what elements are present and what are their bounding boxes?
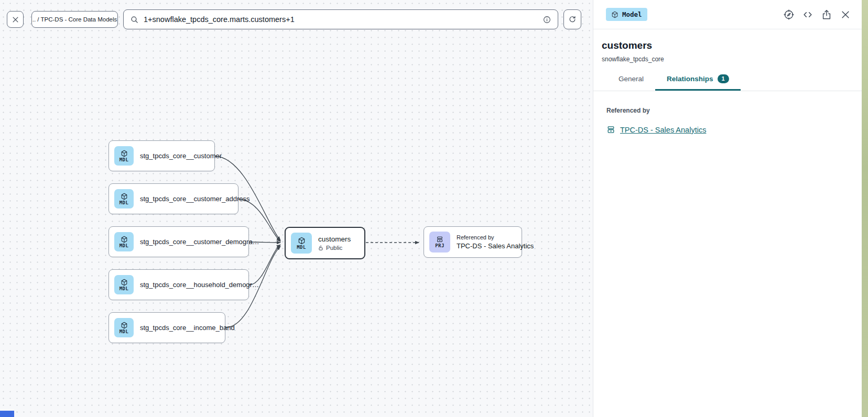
desktop-background-strip bbox=[862, 0, 868, 417]
relationships-count-badge: 1 bbox=[718, 74, 729, 83]
model-icon: MDL bbox=[114, 146, 134, 166]
node-stg-customer-address[interactable]: MDL stg_tpcds_core__customer_address bbox=[108, 183, 238, 214]
search-input[interactable] bbox=[144, 15, 538, 24]
lineage-edges bbox=[0, 0, 593, 417]
share-icon[interactable] bbox=[821, 9, 832, 20]
page-title: customers bbox=[602, 40, 849, 51]
model-icon: MDL bbox=[114, 275, 134, 294]
lineage-search bbox=[123, 9, 558, 29]
lock-open-icon bbox=[318, 245, 323, 251]
node-eyebrow: Referenced by bbox=[457, 234, 534, 240]
node-label: stg_tpcds_core__household_demogr… bbox=[140, 281, 259, 289]
close-icon bbox=[12, 16, 19, 24]
referenced-project-link[interactable]: TPC-DS - Sales Analytics bbox=[620, 126, 706, 134]
node-label: customers bbox=[318, 235, 351, 243]
refresh-button[interactable] bbox=[563, 9, 581, 29]
close-panel-icon[interactable] bbox=[840, 9, 851, 20]
node-label: TPC-DS - Sales Analytics bbox=[457, 242, 534, 250]
node-stg-customer[interactable]: MDL stg_tpcds_core__customer bbox=[108, 140, 215, 171]
node-label: stg_tpcds_core__customer_demogra… bbox=[140, 238, 259, 246]
search-icon bbox=[130, 15, 139, 24]
panel-tabs: General Relationships 1 bbox=[593, 74, 862, 91]
app-window: MDL stg_tpcds_core__customer MDL stg_tpc… bbox=[0, 0, 868, 417]
details-panel: Model customers snowflake_tpcds_core bbox=[593, 0, 862, 417]
tab-general[interactable]: General bbox=[607, 74, 655, 91]
node-stg-household-demographics[interactable]: MDL stg_tpcds_core__household_demogr… bbox=[108, 269, 249, 300]
model-icon: MDL bbox=[291, 233, 312, 254]
node-customers-selected[interactable]: MDL customers Public bbox=[285, 227, 365, 259]
minimap-chip bbox=[0, 411, 14, 417]
project-icon: PRJ bbox=[429, 232, 450, 253]
breadcrumb[interactable]: .. / TPC-DS - Core Data Models bbox=[31, 11, 118, 28]
code-icon[interactable] bbox=[802, 9, 813, 20]
node-stg-income-band[interactable]: MDL stg_tpcds_core__income_band bbox=[108, 312, 225, 343]
project-icon bbox=[606, 125, 615, 134]
node-referenced-by-project[interactable]: PRJ Referenced by TPC-DS - Sales Analyti… bbox=[424, 226, 522, 258]
model-icon: MDL bbox=[114, 232, 134, 251]
close-lineage-button[interactable] bbox=[7, 11, 24, 28]
node-label: stg_tpcds_core__customer_address bbox=[140, 195, 250, 203]
refresh-icon bbox=[568, 15, 577, 24]
visibility-row: Public bbox=[318, 245, 351, 251]
info-icon[interactable] bbox=[542, 15, 551, 24]
explore-lineage-icon[interactable] bbox=[783, 9, 795, 20]
cube-icon bbox=[611, 11, 619, 18]
type-badge: Model bbox=[606, 8, 647, 21]
project-subtitle: snowflake_tpcds_core bbox=[602, 56, 849, 63]
referenced-by-label: Referenced by bbox=[606, 107, 849, 114]
node-label: stg_tpcds_core__income_band bbox=[140, 324, 235, 332]
model-icon: MDL bbox=[114, 318, 134, 337]
node-stg-customer-demographics[interactable]: MDL stg_tpcds_core__customer_demogra… bbox=[108, 226, 249, 257]
model-icon: MDL bbox=[114, 189, 134, 208]
panel-header: Model bbox=[593, 0, 862, 29]
tab-relationships[interactable]: Relationships 1 bbox=[655, 74, 741, 91]
node-label: stg_tpcds_core__customer bbox=[140, 152, 222, 160]
